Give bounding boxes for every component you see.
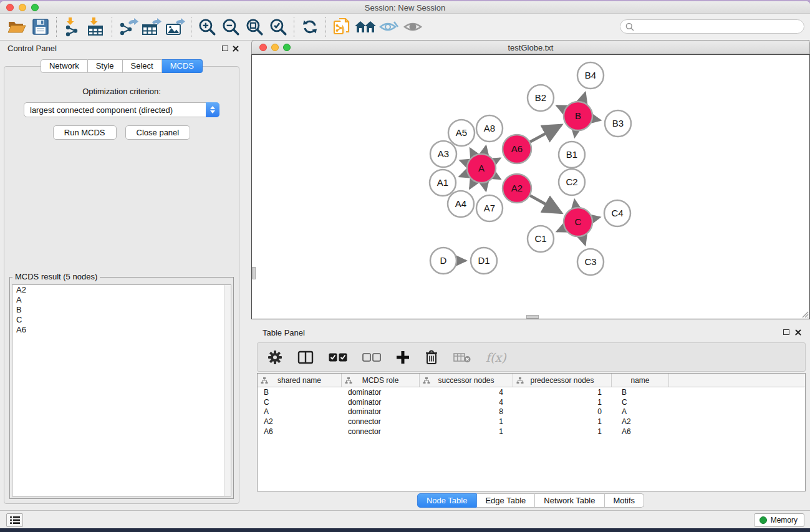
- tab-network-table[interactable]: Network Table: [535, 493, 604, 508]
- result-item[interactable]: A6: [12, 325, 231, 335]
- column-layout-button[interactable]: [297, 350, 314, 365]
- edge-B-B3[interactable]: [593, 118, 600, 120]
- tab-node-table[interactable]: Node Table: [417, 493, 477, 508]
- home-button[interactable]: [354, 16, 377, 38]
- select-all-button[interactable]: [329, 352, 347, 362]
- cell-name[interactable]: B: [612, 388, 669, 397]
- node-A6[interactable]: A6: [503, 135, 531, 163]
- column-header-predecessor-nodes[interactable]: predecessor nodes: [513, 374, 612, 387]
- search-input[interactable]: [637, 22, 793, 31]
- edge-B-B4[interactable]: [582, 93, 585, 102]
- import-network-button[interactable]: [60, 16, 84, 38]
- float-panel-icon[interactable]: [222, 46, 228, 51]
- edge-B-B1[interactable]: [575, 131, 576, 137]
- edge-A-A3[interactable]: [460, 160, 467, 163]
- cell-shared-name[interactable]: A6: [258, 427, 342, 436]
- network-canvas[interactable]: B4B2BB3B1A5A8A6A3AA1C2A2A4A7C4CC1C3DD1: [251, 54, 810, 319]
- result-list-scrollbar[interactable]: [224, 285, 231, 496]
- node-D[interactable]: D: [430, 248, 456, 274]
- cell-predecessor-nodes[interactable]: 1: [513, 427, 612, 436]
- edge-A-A2[interactable]: [494, 176, 500, 179]
- node-B[interactable]: B: [564, 102, 592, 130]
- cell-MCDS-role[interactable]: connector: [342, 417, 420, 426]
- export-network-button[interactable]: [116, 16, 140, 38]
- task-history-button[interactable]: [6, 513, 23, 527]
- node-A2[interactable]: A2: [503, 174, 531, 203]
- cell-successor-nodes[interactable]: 1: [420, 427, 513, 436]
- node-A7[interactable]: A7: [476, 195, 503, 221]
- cell-shared-name[interactable]: A: [258, 407, 342, 416]
- mcds-result-list[interactable]: A2ABCA6: [12, 284, 231, 496]
- tab-motifs[interactable]: Motifs: [604, 493, 644, 508]
- table-row[interactable]: A2connector11A2: [258, 417, 805, 427]
- run-mcds-button[interactable]: Run MCDS: [53, 125, 117, 140]
- new-network-from-selection-button[interactable]: [330, 16, 354, 38]
- node-D1[interactable]: D1: [471, 248, 497, 274]
- tab-mcds[interactable]: MCDS: [162, 59, 203, 73]
- cell-name[interactable]: A6: [612, 427, 669, 436]
- cell-shared-name[interactable]: B: [258, 388, 342, 397]
- tab-edge-table[interactable]: Edge Table: [476, 493, 535, 508]
- column-header-MCDS-role[interactable]: MCDS role: [342, 374, 420, 387]
- node-C2[interactable]: C2: [559, 169, 585, 195]
- column-header-shared-name[interactable]: shared name: [258, 374, 342, 387]
- criterion-dropdown[interactable]: largest connected component (directed): [24, 102, 219, 117]
- tab-select[interactable]: Select: [123, 59, 162, 73]
- column-header-successor-nodes[interactable]: successor nodes: [420, 374, 513, 387]
- table-settings-button[interactable]: [268, 350, 282, 365]
- cell-MCDS-role[interactable]: connector: [342, 427, 420, 436]
- deselect-all-button[interactable]: [362, 352, 381, 362]
- cell-successor-nodes[interactable]: 4: [420, 388, 513, 397]
- edge-A2-C[interactable]: [530, 196, 561, 213]
- edge-A-A4[interactable]: [470, 181, 474, 188]
- zoom-fit-button[interactable]: [243, 16, 266, 38]
- node-table[interactable]: shared nameMCDS rolesuccessor nodesprede…: [257, 373, 806, 491]
- cell-MCDS-role[interactable]: dominator: [342, 407, 420, 416]
- export-image-button[interactable]: [163, 16, 187, 38]
- node-B3[interactable]: B3: [605, 110, 631, 137]
- tab-network[interactable]: Network: [41, 59, 88, 73]
- zoom-selected-button[interactable]: [266, 16, 290, 38]
- cell-successor-nodes[interactable]: 1: [420, 417, 513, 426]
- edge-A-A7[interactable]: [485, 183, 486, 191]
- cell-MCDS-role[interactable]: dominator: [342, 398, 420, 407]
- node-A[interactable]: A: [467, 154, 496, 183]
- cell-shared-name[interactable]: A2: [258, 417, 342, 426]
- node-A5[interactable]: A5: [448, 120, 475, 146]
- horizontal-scroll-nub[interactable]: [526, 315, 539, 319]
- node-B2[interactable]: B2: [528, 85, 554, 111]
- edge-A-A5[interactable]: [470, 148, 474, 155]
- table-row[interactable]: A6connector11A6: [258, 427, 805, 437]
- column-header-name[interactable]: name: [612, 374, 669, 387]
- zoom-in-button[interactable]: [195, 16, 219, 38]
- cell-predecessor-nodes[interactable]: 1: [513, 388, 612, 397]
- cell-MCDS-role[interactable]: dominator: [342, 388, 420, 397]
- close-table-panel-icon[interactable]: [794, 329, 802, 336]
- node-C[interactable]: C: [564, 208, 592, 236]
- add-column-button[interactable]: [396, 351, 410, 364]
- edge-A6-B[interactable]: [530, 125, 561, 142]
- import-table-button[interactable]: [84, 16, 108, 38]
- float-table-panel-icon[interactable]: [783, 329, 789, 335]
- show-graphics-details-button[interactable]: [401, 16, 425, 38]
- node-A1[interactable]: A1: [430, 170, 456, 196]
- close-panel-button[interactable]: Close panel: [125, 125, 191, 140]
- table-row[interactable]: Cdominator41C: [258, 397, 805, 407]
- node-A3[interactable]: A3: [430, 141, 456, 167]
- cell-shared-name[interactable]: C: [258, 398, 342, 407]
- cell-successor-nodes[interactable]: 8: [420, 407, 513, 416]
- refresh-layout-button[interactable]: [298, 16, 322, 38]
- tab-style[interactable]: Style: [88, 59, 123, 73]
- delete-column-button[interactable]: [425, 350, 438, 365]
- cell-successor-nodes[interactable]: 4: [420, 398, 513, 407]
- result-item[interactable]: B: [12, 305, 231, 315]
- save-session-button[interactable]: [29, 16, 52, 38]
- search-box[interactable]: [620, 19, 804, 34]
- export-table-button[interactable]: [140, 16, 163, 38]
- cell-predecessor-nodes[interactable]: 1: [513, 398, 612, 407]
- edge-C-C3[interactable]: [582, 236, 585, 244]
- result-item[interactable]: A: [12, 295, 231, 305]
- edge-B-B2[interactable]: [557, 106, 564, 110]
- node-A4[interactable]: A4: [448, 191, 474, 217]
- cell-name[interactable]: C: [612, 398, 669, 407]
